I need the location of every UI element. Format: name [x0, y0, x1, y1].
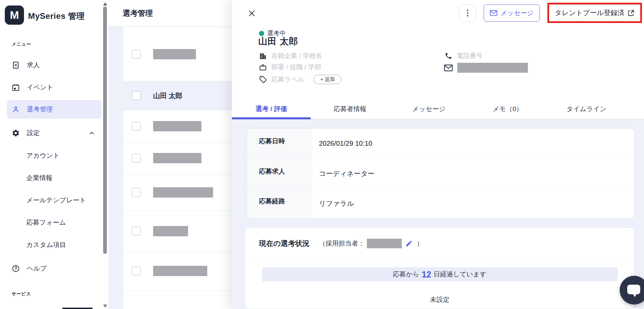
stage-value: 未設定 — [245, 295, 634, 304]
chat-bubble-icon — [627, 285, 640, 294]
sidebar-subitem-label: 企業情報 — [26, 174, 52, 182]
help-icon — [12, 264, 20, 273]
sidebar-item-events[interactable]: イベント — [7, 78, 101, 97]
tab-selection-evaluation[interactable]: 選考 / 評価 — [232, 102, 311, 117]
sidebar-item-settings[interactable]: 設定 — [7, 124, 101, 142]
redacted-name — [153, 49, 196, 59]
redacted-name — [153, 121, 201, 131]
tab-memo[interactable]: メモ（0） — [468, 102, 547, 117]
add-label-button[interactable]: + 追加 — [313, 75, 342, 84]
elapsed-days-value: 12 — [422, 270, 431, 280]
sidebar-subitem-label: 応募フォーム — [26, 218, 66, 227]
application-label-placeholder: 応募ラベル — [271, 75, 304, 84]
sidebar-item-label: イベント — [27, 83, 53, 92]
document-icon — [12, 61, 20, 69]
kebab-icon — [467, 10, 468, 11]
department-placeholder: 部署 / 役職 / 学部 — [271, 63, 321, 72]
row-checkbox[interactable] — [132, 50, 141, 59]
redacted-manager-name — [367, 239, 402, 248]
tag-icon — [259, 75, 267, 83]
pencil-edit-icon[interactable] — [405, 240, 413, 247]
sidebar-item-jobs[interactable]: 求人 — [7, 56, 101, 74]
row-checkbox[interactable] — [132, 266, 141, 275]
scrollbar-thumb[interactable] — [103, 7, 107, 254]
sidebar-subitem-company-info[interactable]: 企業情報 — [26, 171, 95, 185]
sidebar-subitem-custom-fields[interactable]: カスタム項目 — [26, 238, 95, 252]
candidate-row[interactable] — [123, 27, 233, 81]
close-icon[interactable] — [247, 8, 257, 19]
sidebar: M MySeries 管理 メニュー 求人 イベント — [0, 0, 103, 309]
sidebar-subitem-label: アカウント — [26, 151, 60, 160]
phone-field: 電話番号 — [445, 51, 483, 60]
phone-placeholder: 電話番号 — [457, 51, 483, 60]
app-window: M MySeries 管理 メニュー 求人 イベント — [0, 0, 644, 309]
candidate-list: 山田 太郎 — [123, 27, 233, 309]
row-checkbox[interactable] — [132, 91, 141, 100]
envelope-icon — [444, 64, 453, 72]
sidebar-item-help[interactable]: ヘルプ — [7, 259, 101, 278]
redacted-name — [153, 226, 188, 236]
briefcase-icon — [259, 63, 267, 71]
message-button[interactable]: メッセージ — [484, 4, 540, 22]
row-checkbox[interactable] — [132, 122, 141, 131]
add-label-button-text: + 追加 — [320, 76, 335, 83]
row-checkbox[interactable] — [132, 154, 141, 163]
page-title: 選考管理 — [123, 8, 153, 19]
application-label-field: 応募ラベル + 追加 — [259, 75, 342, 84]
partial-service-logo — [62, 308, 92, 309]
candidate-row[interactable] — [123, 142, 233, 174]
tab-applicant-info[interactable]: 応募者情報 — [311, 102, 389, 117]
tab-timeline[interactable]: タイムライン — [547, 102, 626, 117]
elapsed-prefix: 応募から — [393, 270, 419, 279]
redacted-name — [153, 187, 213, 198]
company-field: 在籍企業 / 学校名 — [259, 51, 322, 60]
email-field — [444, 63, 528, 73]
candidate-name: 山田 太郎 — [153, 91, 183, 100]
selection-status-title: 現在の選考状況 — [259, 239, 310, 248]
table-row-label: 応募経路 — [247, 189, 312, 218]
sidebar-item-label: 求人 — [27, 61, 40, 70]
candidate-row[interactable] — [123, 110, 233, 142]
scrollbar-up-arrow[interactable] — [103, 2, 107, 5]
person-icon — [12, 105, 20, 114]
candidate-row[interactable] — [123, 211, 233, 251]
selection-status-header: 現在の選考状況 （採用担当者： ） — [245, 228, 634, 259]
table-row: 応募求人 コーディネーター — [247, 159, 634, 189]
elapsed-days-banner: 応募から 12 日経過しています — [262, 267, 618, 282]
external-link-icon — [628, 10, 634, 16]
candidate-row-selected[interactable]: 山田 太郎 — [123, 81, 233, 110]
sidebar-item-label: 選考管理 — [27, 105, 53, 114]
table-row-label: 応募求人 — [247, 159, 312, 189]
candidate-row[interactable] — [123, 251, 233, 291]
row-checkbox[interactable] — [132, 188, 141, 197]
scrollbar-down-arrow[interactable] — [103, 305, 107, 308]
more-actions-button[interactable] — [459, 4, 476, 22]
application-info-table: 応募日時 2026/01/29 10:10 応募求人 コーディネーター 応募経路… — [247, 128, 634, 219]
sidebar-subitem-mail-template[interactable]: メールテンプレート — [26, 193, 95, 207]
row-checkbox[interactable] — [132, 227, 141, 236]
talent-pool-button[interactable]: タレントプール登録済 — [549, 4, 640, 21]
candidate-detail-panel: メッセージ タレントプール登録済 選考中 山田 太郎 — [232, 0, 644, 309]
selection-status-card: 現在の選考状況 （採用担当者： ） 応募から 12 日経過しています 未設定 — [245, 227, 634, 309]
detail-tabs: 選考 / 評価 応募者情報 メッセージ メモ（0） タイムライン — [232, 102, 626, 117]
company-placeholder: 在籍企業 / 学校名 — [271, 51, 322, 60]
table-row: 応募日時 2026/01/29 10:10 — [247, 129, 634, 159]
sidebar-subitem-label: カスタム項目 — [26, 240, 66, 249]
sidebar-subitem-application-form[interactable]: 応募フォーム — [26, 216, 95, 229]
candidate-list-header: 選考管理 — [109, 0, 233, 27]
redacted-name — [153, 266, 207, 276]
sidebar-subitem-account[interactable]: アカウント — [26, 149, 95, 163]
sidebar-subitem-label: メールテンプレート — [26, 196, 86, 205]
gear-icon — [12, 129, 20, 137]
redacted-email — [457, 63, 528, 73]
tab-message[interactable]: メッセージ — [389, 102, 468, 117]
table-row-value: リファラル — [312, 189, 634, 218]
envelope-icon — [490, 10, 497, 16]
manager-prefix: （採用担当者： — [319, 239, 365, 248]
table-row-label: 応募日時 — [247, 129, 312, 158]
candidate-row[interactable] — [123, 174, 233, 211]
table-row-value: 2026/01/29 10:10 — [312, 129, 634, 158]
table-row: 応募経路 リファラル — [247, 189, 634, 218]
sidebar-item-selection-management[interactable]: 選考管理 — [7, 100, 101, 119]
sidebar-item-label: ヘルプ — [27, 264, 47, 273]
